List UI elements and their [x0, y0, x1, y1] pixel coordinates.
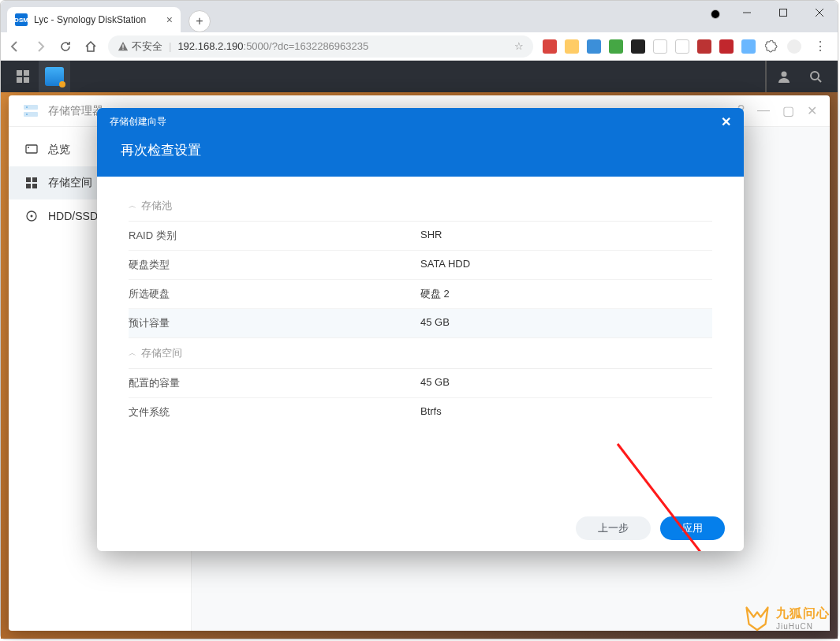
- dsm-task-storage-manager[interactable]: [39, 61, 70, 92]
- storage-manager-title-icon: [21, 102, 40, 121]
- nav-back-icon[interactable]: [7, 39, 23, 54]
- row-value: 45 GB: [420, 376, 450, 390]
- row-value: SATA HDD: [420, 258, 470, 272]
- extensions-puzzle-icon[interactable]: [763, 39, 779, 54]
- bookmark-star-icon[interactable]: ☆: [514, 40, 524, 52]
- overview-icon: [24, 143, 39, 157]
- extension-icon[interactable]: [565, 39, 579, 54]
- row-value: 45 GB: [420, 316, 450, 330]
- section-label: 存储空间: [141, 346, 182, 360]
- wizard-footer: 上一步 应用: [97, 505, 744, 551]
- watermark-sub: JiuHuCN: [776, 622, 830, 631]
- dsm-apps-button[interactable]: [7, 61, 39, 92]
- svg-rect-19: [26, 177, 31, 182]
- table-row: 配置的容量 45 GB: [129, 369, 712, 398]
- svg-rect-14: [24, 112, 38, 117]
- watermark-text: 九狐问心: [776, 606, 830, 622]
- extension-icon[interactable]: [631, 39, 645, 54]
- svg-point-10: [782, 72, 787, 77]
- chevron-up-icon: ︿: [129, 348, 136, 359]
- svg-rect-7: [24, 70, 29, 76]
- svg-rect-22: [32, 184, 37, 188]
- row-value: SHR: [420, 229, 442, 243]
- storage-icon: [24, 176, 39, 190]
- browser-tab-active[interactable]: DSM Lyc - Synology DiskStation ×: [7, 7, 181, 32]
- row-value: Btrfs: [420, 405, 442, 419]
- table-row: RAID 类别 SHR: [129, 222, 712, 251]
- table-row: 预计容量 45 GB: [129, 309, 712, 338]
- nav-reload-icon[interactable]: [58, 39, 73, 54]
- nav-home-icon[interactable]: [83, 39, 99, 54]
- svg-line-12: [818, 79, 821, 82]
- extensions-row: ⋮: [543, 39, 831, 54]
- svg-rect-21: [26, 184, 31, 188]
- window-maximize-icon[interactable]: [765, 1, 801, 24]
- dsm-divider: [765, 61, 767, 92]
- chevron-up-icon: ︿: [129, 200, 136, 211]
- watermark-fox-icon: [743, 604, 771, 632]
- wizard-subtitle: 再次检查设置: [97, 135, 744, 177]
- extension-abp-icon[interactable]: [719, 39, 734, 54]
- svg-point-18: [28, 147, 29, 148]
- svg-rect-17: [26, 145, 37, 153]
- profile-avatar-icon[interactable]: [787, 39, 801, 54]
- window-close-icon[interactable]: [801, 1, 838, 24]
- extension-icon[interactable]: [543, 39, 557, 54]
- extension-icon[interactable]: [697, 39, 711, 54]
- wizard-title: 存储创建向导: [110, 115, 166, 129]
- tab-favicon-icon: DSM: [15, 13, 28, 26]
- window-close-icon[interactable]: ✕: [807, 103, 817, 118]
- extension-icon[interactable]: [675, 39, 689, 54]
- dsm-desktop: 存储管理器 ? — ▢ ✕ 总览 存储空间: [1, 61, 838, 639]
- extension-icon[interactable]: [587, 39, 601, 54]
- svg-rect-4: [122, 44, 123, 47]
- extension-icon[interactable]: [609, 39, 623, 54]
- sidebar-label: 存储空间: [48, 176, 92, 190]
- svg-rect-13: [24, 105, 38, 110]
- storage-creation-wizard: 存储创建向导 ✕ 再次检查设置 ︿ 存储池 RAID 类别 SHR 硬盘类型 S…: [97, 108, 744, 551]
- extension-icon[interactable]: [653, 39, 667, 54]
- svg-point-16: [26, 114, 28, 115]
- svg-rect-6: [17, 70, 22, 76]
- address-url-host: 192.168.2.190: [177, 40, 243, 52]
- section-header-volume[interactable]: ︿ 存储空间: [129, 338, 712, 369]
- row-key: 文件系统: [129, 405, 420, 419]
- extension-icon[interactable]: [741, 39, 756, 54]
- window-minimize-icon[interactable]: [729, 1, 765, 24]
- storage-manager-icon: [45, 67, 64, 86]
- row-value: 硬盘 2: [420, 287, 450, 301]
- tab-close-icon[interactable]: ×: [166, 13, 173, 26]
- nav-forward-icon[interactable]: [32, 39, 48, 54]
- svg-rect-9: [24, 77, 29, 83]
- svg-rect-5: [122, 48, 123, 49]
- storage-manager-title: 存储管理器: [48, 104, 103, 118]
- watermark: 九狐问心 JiuHuCN: [743, 604, 830, 632]
- section-label: 存储池: [141, 199, 172, 213]
- svg-point-24: [31, 215, 33, 218]
- browser-menu-icon[interactable]: ⋮: [809, 39, 831, 54]
- window-maximize-icon[interactable]: ▢: [782, 103, 794, 118]
- hdd-icon: [24, 209, 39, 223]
- row-key: 配置的容量: [129, 376, 420, 390]
- back-button[interactable]: 上一步: [576, 516, 651, 540]
- address-bar[interactable]: 不安全 | 192.168.2.190:5000/?dc=16322869632…: [108, 35, 533, 58]
- svg-rect-1: [780, 9, 787, 17]
- browser-nav-bar: 不安全 | 192.168.2.190:5000/?dc=16322869632…: [1, 32, 838, 61]
- window-minimize-icon[interactable]: —: [757, 103, 770, 118]
- row-key: RAID 类别: [129, 229, 420, 243]
- svg-point-11: [811, 72, 819, 80]
- dsm-user-button[interactable]: [768, 61, 800, 92]
- row-key: 预计容量: [129, 316, 420, 330]
- dsm-search-button[interactable]: [800, 61, 831, 92]
- apply-button[interactable]: 应用: [660, 516, 725, 540]
- warning-triangle-icon: [118, 41, 129, 52]
- recording-indicator-icon: [711, 10, 719, 18]
- wizard-close-icon[interactable]: ✕: [721, 114, 731, 129]
- tab-title: Lyc - Synology DiskStation: [34, 14, 146, 25]
- insecure-warning: 不安全: [118, 39, 162, 54]
- table-row: 硬盘类型 SATA HDD: [129, 251, 712, 280]
- new-tab-button[interactable]: +: [189, 10, 211, 32]
- row-key: 硬盘类型: [129, 258, 420, 272]
- section-header-storage-pool[interactable]: ︿ 存储池: [129, 191, 712, 222]
- row-key: 所选硬盘: [129, 287, 420, 301]
